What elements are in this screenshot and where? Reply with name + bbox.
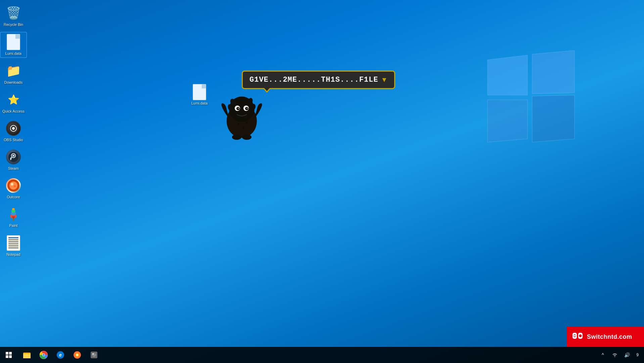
quick-access-label: Quick Access <box>2 109 25 114</box>
svg-rect-38 <box>6 352 8 355</box>
svg-rect-19 <box>12 216 15 218</box>
svg-point-18 <box>12 208 15 210</box>
desktop-icons-container: 🗑️ Recycle Bin Lumi.data 📁 Downloads ⭐ Q… <box>0 0 27 264</box>
svg-point-9 <box>12 155 14 157</box>
outcore-label: Outcore <box>7 195 20 199</box>
taskbar-icons: e <box>17 347 103 363</box>
switch-logo-icon <box>571 330 584 344</box>
desktop-icon-steam[interactable]: Steam <box>0 147 27 172</box>
tray-time[interactable]: 9 <box>634 352 641 358</box>
svg-point-6 <box>12 127 15 130</box>
lumi-data-top-icon <box>5 34 21 50</box>
start-button[interactable] <box>0 347 17 363</box>
recycle-bin-icon: 🗑️ <box>5 5 21 21</box>
svg-marker-3 <box>532 95 574 142</box>
svg-point-11 <box>9 182 17 190</box>
svg-point-36 <box>232 134 241 140</box>
svg-rect-40 <box>6 355 8 358</box>
svg-point-59 <box>579 334 582 337</box>
desktop-icon-lumi-data-top[interactable]: Lumi.data <box>0 32 27 58</box>
outcore-icon <box>5 177 21 194</box>
svg-point-34 <box>242 126 245 129</box>
obs-studio-label: OBS Studio <box>4 138 23 142</box>
taskbar-file-explorer[interactable] <box>19 347 35 363</box>
windows-logo <box>483 50 577 145</box>
svg-point-32 <box>246 108 248 109</box>
svg-rect-20 <box>13 218 14 221</box>
speech-bubble: G1VE...2ME.....TH1S....F1LE ▼ <box>242 71 395 89</box>
desktop-icon-paint[interactable]: Paint <box>0 204 27 230</box>
svg-marker-0 <box>488 55 527 95</box>
creature <box>218 87 265 141</box>
desktop-icon-downloads[interactable]: 📁 Downloads <box>0 61 27 86</box>
tray-volume-icon[interactable]: 🔊 <box>622 350 632 360</box>
svg-point-54 <box>92 353 94 355</box>
desktop-icon-notepad[interactable]: Notepad <box>0 233 27 258</box>
speech-bubble-text: G1VE...2ME.....TH1S....F1LE <box>249 76 378 84</box>
taskbar: e ^ <box>0 347 644 363</box>
svg-rect-39 <box>9 352 12 355</box>
downloads-folder-icon: 📁 <box>5 63 21 79</box>
svg-point-33 <box>237 123 239 125</box>
desktop: 🗑️ Recycle Bin Lumi.data 📁 Downloads ⭐ Q… <box>0 0 644 363</box>
paint-icon <box>5 206 21 222</box>
svg-point-13 <box>14 185 16 187</box>
taskbar-chrome[interactable] <box>36 347 52 363</box>
svg-point-31 <box>238 108 239 109</box>
taskbar-app5[interactable] <box>86 347 102 363</box>
tray-network-icon[interactable] <box>609 350 620 360</box>
paint-label: Paint <box>9 224 17 228</box>
desktop-icon-quick-access[interactable]: ⭐ Quick Access <box>0 90 27 115</box>
downloads-label: Downloads <box>4 80 22 85</box>
speech-bubble-arrow: ▼ <box>381 76 387 84</box>
quick-access-icon: ⭐ <box>5 92 21 108</box>
svg-point-12 <box>11 183 13 186</box>
desktop-icon-recycle-bin[interactable]: 🗑️ Recycle Bin <box>0 3 27 29</box>
notepad-icon <box>5 235 21 251</box>
svg-marker-2 <box>488 100 527 142</box>
svg-point-35 <box>246 122 248 124</box>
lumi-data-top-label: Lumi.data <box>5 51 21 56</box>
notepad-label: Notepad <box>6 252 20 257</box>
tray-chevron[interactable]: ^ <box>597 350 608 360</box>
central-file-icon[interactable]: Lumi.data <box>191 84 208 105</box>
system-tray: ^ 🔊 9 <box>597 350 644 360</box>
desktop-icon-outcore[interactable]: Outcore <box>0 176 27 201</box>
taskbar-ie[interactable]: e <box>52 347 68 363</box>
recycle-bin-label: Recycle Bin <box>4 23 23 27</box>
svg-marker-1 <box>532 50 574 94</box>
central-file-label: Lumi.data <box>191 101 208 105</box>
desktop-icon-obs-studio[interactable]: OBS Studio <box>0 119 27 144</box>
switch-ad-text: Switchntd.com <box>587 333 632 340</box>
steam-icon <box>5 149 21 165</box>
steam-label: Steam <box>8 166 19 171</box>
svg-rect-60 <box>573 335 576 336</box>
taskbar-app4[interactable] <box>69 347 85 363</box>
svg-point-37 <box>242 134 251 140</box>
svg-text:e: e <box>59 352 62 358</box>
svg-point-51 <box>76 354 78 356</box>
svg-rect-41 <box>9 355 12 358</box>
switch-ad-banner[interactable]: Switchntd.com <box>567 327 644 347</box>
obs-studio-icon <box>5 120 21 136</box>
svg-point-46 <box>43 354 45 356</box>
